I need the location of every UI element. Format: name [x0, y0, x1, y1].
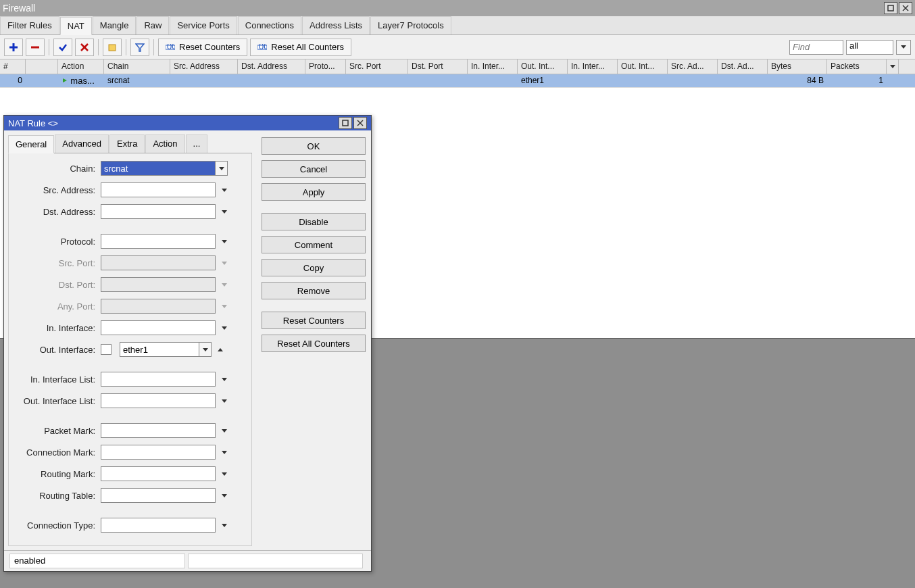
maximize-button[interactable] — [884, 2, 897, 14]
in-interface-expand[interactable] — [218, 320, 230, 335]
col-in-inter[interactable]: In. Inter... — [468, 59, 518, 74]
in-interface-list-input[interactable] — [101, 372, 216, 387]
dialog-tab-action[interactable]: Action — [145, 134, 184, 153]
out-interface-list-expand[interactable] — [218, 393, 230, 408]
col-out-int[interactable]: Out. Int... — [518, 59, 568, 74]
connection-mark-expand[interactable] — [218, 445, 230, 460]
tab-address-lists[interactable]: Address Lists — [302, 16, 370, 34]
reset-all-counters-button[interactable]: 00 Reset All Counters — [250, 39, 351, 56]
comment-button[interactable] — [103, 39, 122, 56]
connection-type-expand[interactable] — [218, 518, 230, 533]
find-input[interactable] — [789, 40, 843, 55]
dialog-maximize-button[interactable] — [339, 117, 352, 129]
col-src-address[interactable]: Src. Address — [170, 59, 238, 74]
src-address-input[interactable] — [101, 182, 216, 197]
remove-button[interactable]: Remove — [262, 282, 366, 299]
reset-counters-button[interactable]: 00 Reset Counters — [158, 39, 247, 56]
filter-dropdown-button[interactable] — [896, 40, 911, 55]
tab-connections[interactable]: Connections — [238, 16, 301, 34]
col-src-port[interactable]: Src. Port — [346, 59, 408, 74]
routing-table-expand[interactable] — [218, 488, 230, 503]
dialog-close-button[interactable] — [353, 117, 367, 129]
tab-layer7-protocols[interactable]: Layer7 Protocols — [370, 16, 451, 34]
col-bytes[interactable]: Bytes — [768, 59, 827, 74]
apply-button[interactable]: Apply — [262, 183, 366, 201]
disable-button[interactable]: Disable — [262, 213, 366, 230]
protocol-input[interactable] — [101, 234, 216, 249]
out-interface-input[interactable] — [120, 342, 199, 357]
col-proto[interactable]: Proto... — [305, 59, 346, 74]
chain-input[interactable] — [101, 161, 216, 176]
col-dst-ad[interactable]: Dst. Ad... — [718, 59, 768, 74]
protocol-expand[interactable] — [218, 234, 230, 249]
col-packets[interactable]: Packets — [827, 59, 887, 74]
chain-dropdown-button[interactable] — [216, 161, 228, 176]
connection-mark-input[interactable] — [101, 445, 216, 460]
reset-counters-button[interactable]: Reset Counters — [262, 312, 366, 329]
disable-button[interactable] — [75, 39, 94, 56]
copy-button[interactable]: Copy — [262, 259, 366, 276]
src-address-label: Src. Address: — [13, 185, 101, 195]
table-row[interactable]: 0 mas... srcnat ether1 84 B 1 — [0, 74, 915, 88]
dst-port-label: Dst. Port: — [13, 280, 101, 290]
dst-address-expand[interactable] — [218, 204, 230, 219]
routing-table-input[interactable] — [101, 488, 216, 503]
filter-button[interactable] — [130, 39, 149, 56]
add-button[interactable] — [4, 39, 23, 56]
toolbar-separator — [98, 39, 99, 55]
dst-address-label: Dst. Address: — [13, 207, 101, 217]
out-interface-invert-checkbox[interactable] — [101, 344, 112, 355]
counter-icon: 00 — [166, 44, 175, 51]
col-dst-address[interactable]: Dst. Address — [238, 59, 305, 74]
dst-port-input — [101, 277, 216, 292]
out-interface-dropdown-button[interactable] — [199, 342, 212, 357]
routing-mark-input[interactable] — [101, 466, 216, 481]
filter-select[interactable]: all — [846, 40, 893, 55]
out-interface-collapse[interactable] — [214, 342, 226, 357]
col-src-ad[interactable]: Src. Ad... — [668, 59, 718, 74]
cell-dst-address — [238, 74, 305, 87]
packet-mark-expand[interactable] — [218, 423, 230, 438]
enable-button[interactable] — [53, 39, 72, 56]
form-area: Chain: Src. Address: Dst. Address: Pr — [8, 153, 252, 546]
out-interface-list-input[interactable] — [101, 393, 216, 408]
col-num[interactable]: # — [0, 59, 26, 74]
dialog-tab-advanced[interactable]: Advanced — [55, 134, 109, 153]
col-menu-button[interactable] — [887, 59, 899, 74]
remove-button[interactable] — [26, 39, 45, 56]
col-dst-port[interactable]: Dst. Port — [408, 59, 468, 74]
src-port-expand — [218, 255, 230, 270]
packet-mark-input[interactable] — [101, 423, 216, 438]
col-in-inter2[interactable]: In. Inter... — [568, 59, 618, 74]
comment-button[interactable]: Comment — [262, 236, 366, 253]
tab-raw[interactable]: Raw — [137, 16, 169, 34]
connection-type-input[interactable] — [101, 518, 216, 533]
src-address-expand[interactable] — [218, 182, 230, 197]
col-chain[interactable]: Chain — [104, 59, 170, 74]
routing-mark-expand[interactable] — [218, 466, 230, 481]
in-interface-list-expand[interactable] — [218, 372, 230, 387]
col-flag[interactable] — [26, 59, 58, 74]
in-interface-input[interactable] — [101, 320, 216, 335]
dst-address-input[interactable] — [101, 204, 216, 219]
col-out-int2[interactable]: Out. Int... — [618, 59, 668, 74]
col-action[interactable]: Action — [58, 59, 104, 74]
dst-port-expand — [218, 277, 230, 292]
tab-filter-rules[interactable]: Filter Rules — [0, 16, 59, 34]
src-port-input — [101, 255, 216, 270]
dialog-tab-extra[interactable]: Extra — [109, 134, 145, 153]
svg-marker-14 — [63, 78, 67, 82]
cancel-button[interactable]: Cancel — [262, 160, 366, 178]
tab-service-ports[interactable]: Service Ports — [170, 16, 237, 34]
dialog-tab-general[interactable]: General — [8, 135, 54, 153]
in-interface-label: In. Interface: — [13, 323, 101, 333]
grid-header: # Action Chain Src. Address Dst. Address… — [0, 59, 915, 74]
dialog-titlebar[interactable]: NAT Rule <> — [4, 116, 371, 130]
reset-all-counters-button[interactable]: Reset All Counters — [262, 335, 366, 352]
main-tabbar: Filter Rules NAT Mangle Raw Service Port… — [0, 16, 915, 35]
ok-button[interactable]: OK — [262, 137, 366, 155]
tab-mangle[interactable]: Mangle — [93, 16, 137, 34]
close-button[interactable] — [899, 2, 912, 14]
dialog-tab-more[interactable]: ... — [186, 134, 208, 153]
tab-nat[interactable]: NAT — [60, 17, 92, 35]
